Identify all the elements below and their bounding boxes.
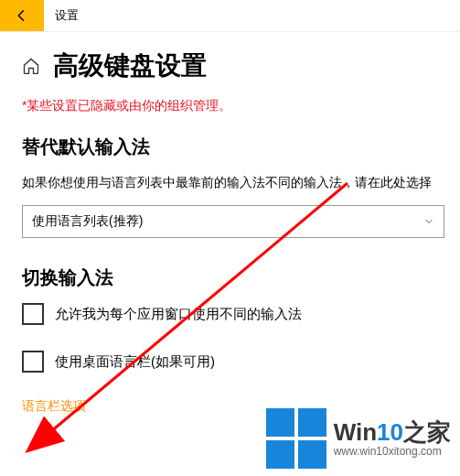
back-button[interactable] xyxy=(0,0,44,31)
default-ime-dropdown[interactable]: 使用语言列表(推荐) xyxy=(22,205,444,238)
windows-logo-icon xyxy=(266,408,326,469)
page-title: 高级键盘设置 xyxy=(53,49,207,83)
override-section-heading: 替代默认输入法 xyxy=(22,135,438,159)
arrow-left-icon xyxy=(14,7,30,24)
watermark-url: www.win10xitong.com xyxy=(334,446,451,458)
org-policy-warning: *某些设置已隐藏或由你的组织管理。 xyxy=(22,98,438,114)
switch-section-heading: 切换输入法 xyxy=(22,265,438,290)
window-title: 设置 xyxy=(44,0,79,31)
override-section-desc: 如果你想使用与语言列表中最靠前的输入法不同的输入法，请在此处选择 xyxy=(22,172,438,192)
checkbox-label: 使用桌面语言栏(如果可用) xyxy=(55,353,215,371)
checkbox-icon xyxy=(22,351,44,373)
checkbox-label: 允许我为每个应用窗口使用不同的输入法 xyxy=(55,306,302,323)
checkbox-icon xyxy=(22,303,44,325)
page-header: 高级键盘设置 xyxy=(22,49,438,83)
home-icon[interactable] xyxy=(22,57,40,75)
watermark: Win10之家 www.win10xitong.com xyxy=(266,408,451,469)
chevron-down-icon xyxy=(423,216,434,227)
watermark-brand-a: Win xyxy=(334,418,377,446)
watermark-brand-b: 10 xyxy=(377,418,403,446)
watermark-brand-c: 之家 xyxy=(403,418,451,446)
desktop-language-bar-checkbox-row[interactable]: 使用桌面语言栏(如果可用) xyxy=(22,351,438,373)
watermark-text: Win10之家 www.win10xitong.com xyxy=(334,419,451,458)
titlebar: 设置 xyxy=(0,0,460,32)
per-app-ime-checkbox-row[interactable]: 允许我为每个应用窗口使用不同的输入法 xyxy=(22,303,438,325)
content-area: 高级键盘设置 *某些设置已隐藏或由你的组织管理。 替代默认输入法 如果你想使用与… xyxy=(0,32,460,415)
dropdown-selected-value: 使用语言列表(推荐) xyxy=(32,213,143,230)
